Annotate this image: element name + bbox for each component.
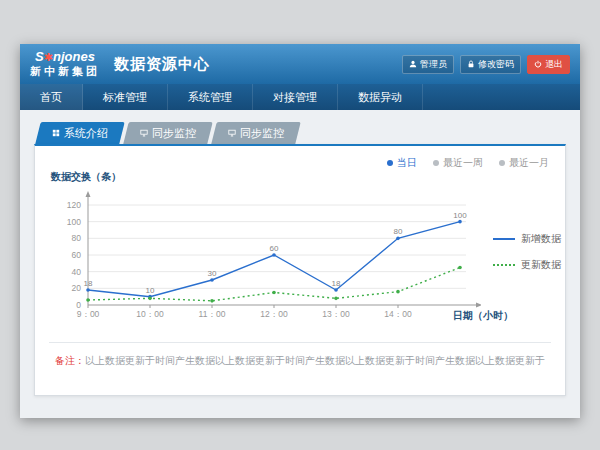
nav-item-data-change[interactable]: 数据异动: [338, 84, 423, 110]
user-icon: [409, 60, 417, 68]
legend-item-updated-data[interactable]: 更新数据: [493, 258, 561, 272]
tab-sync-monitor-1[interactable]: 同步监控: [123, 122, 212, 144]
svg-text:18: 18: [332, 279, 341, 288]
power-icon: [534, 60, 542, 68]
tab-system-intro[interactable]: 系统介绍: [35, 122, 124, 144]
lock-icon: [467, 60, 475, 68]
svg-text:10：00: 10：00: [136, 309, 164, 319]
change-password-button[interactable]: 修改密码: [460, 55, 521, 74]
content-area: 系统介绍 同步监控 同步监控 当日 最近一周: [20, 110, 580, 418]
tab-label: 系统介绍: [64, 122, 108, 144]
svg-text:12：00: 12：00: [260, 309, 288, 319]
filter-label: 当日: [397, 156, 417, 170]
nav-item-integration-mgmt[interactable]: 对接管理: [253, 84, 338, 110]
logo-company: 新中新集团: [30, 65, 100, 78]
svg-text:9：00: 9：00: [77, 309, 100, 319]
time-range-filters: 当日 最近一周 最近一月: [387, 156, 549, 170]
main-nav: 首页 标准管理 系统管理 对接管理 数据异动: [20, 84, 580, 110]
svg-text:100: 100: [453, 211, 467, 220]
legend-item-new-data[interactable]: 新增数据: [493, 232, 561, 246]
tab-label: 同步监控: [152, 122, 196, 144]
svg-text:120: 120: [67, 200, 81, 210]
filter-last-week[interactable]: 最近一周: [433, 156, 483, 170]
divider: [49, 342, 551, 343]
tab-label: 同步监控: [240, 122, 284, 144]
nav-item-home[interactable]: 首页: [20, 84, 83, 110]
svg-text:60: 60: [72, 250, 82, 260]
svg-text:60: 60: [270, 244, 279, 253]
app-title: 数据资源中心: [114, 55, 210, 74]
chart-area: 0204060801001209：0010：0011：0012：0013：001…: [45, 186, 481, 340]
svg-text:20: 20: [72, 283, 82, 293]
logo: S✱njones 新中新集团: [30, 50, 100, 78]
change-password-label: 修改密码: [478, 58, 514, 71]
filter-today[interactable]: 当日: [387, 156, 417, 170]
logo-star-icon: ✱: [44, 51, 53, 63]
admin-user-button[interactable]: 管理员: [402, 55, 454, 74]
nav-item-system-mgmt[interactable]: 系统管理: [168, 84, 253, 110]
nav-item-standard-mgmt[interactable]: 标准管理: [83, 84, 168, 110]
grid-icon: [52, 129, 60, 137]
svg-text:80: 80: [72, 233, 82, 243]
line-chart: 0204060801001209：0010：0011：0012：0013：001…: [45, 186, 481, 336]
svg-text:80: 80: [394, 227, 403, 236]
admin-user-label: 管理员: [420, 58, 447, 71]
footnote-text: 以上数据更新于时间产生数据以上数据更新于时间产生数据以上数据更新于时间产生数据以…: [85, 355, 545, 366]
dotted-line-icon: [493, 264, 515, 266]
svg-text:100: 100: [67, 217, 81, 227]
logo-brand: S✱njones: [30, 50, 100, 65]
tab-sync-monitor-2[interactable]: 同步监控: [211, 122, 300, 144]
radio-dot-icon: [433, 160, 439, 166]
footnote-label: 备注：: [55, 355, 85, 366]
filter-label: 最近一周: [443, 156, 483, 170]
legend-label: 更新数据: [521, 258, 561, 272]
monitor-icon: [140, 129, 148, 137]
series-legend: 新增数据 更新数据: [493, 232, 561, 284]
svg-text:14：00: 14：00: [384, 309, 412, 319]
svg-text:30: 30: [208, 269, 217, 278]
svg-text:10: 10: [146, 286, 155, 295]
monitor-icon: [228, 129, 236, 137]
filter-label: 最近一月: [509, 156, 549, 170]
page: S✱njones 新中新集团 数据资源中心 管理员 修改密码 退出 首页 标准管…: [20, 44, 580, 418]
chart-card: 当日 最近一周 最近一月 数据交换（条） 0204060801001209：00…: [34, 144, 566, 396]
radio-dot-icon: [387, 160, 393, 166]
x-axis-title: 日期（小时）: [453, 309, 513, 323]
footnote: 备注：以上数据更新于时间产生数据以上数据更新于时间产生数据以上数据更新于时间产生…: [35, 354, 565, 368]
radio-dot-icon: [499, 160, 505, 166]
solid-line-icon: [493, 238, 515, 240]
app-header: S✱njones 新中新集团 数据资源中心 管理员 修改密码 退出: [20, 44, 580, 84]
logout-button[interactable]: 退出: [527, 55, 570, 74]
tab-bar: 系统介绍 同步监控 同步监控: [38, 122, 580, 144]
svg-text:13：00: 13：00: [322, 309, 350, 319]
logout-label: 退出: [545, 58, 563, 71]
legend-label: 新增数据: [521, 232, 561, 246]
y-axis-title: 数据交换（条）: [51, 170, 121, 184]
svg-text:11：00: 11：00: [199, 309, 226, 319]
svg-text:18: 18: [84, 279, 93, 288]
filter-last-month[interactable]: 最近一月: [499, 156, 549, 170]
svg-text:40: 40: [72, 267, 82, 277]
